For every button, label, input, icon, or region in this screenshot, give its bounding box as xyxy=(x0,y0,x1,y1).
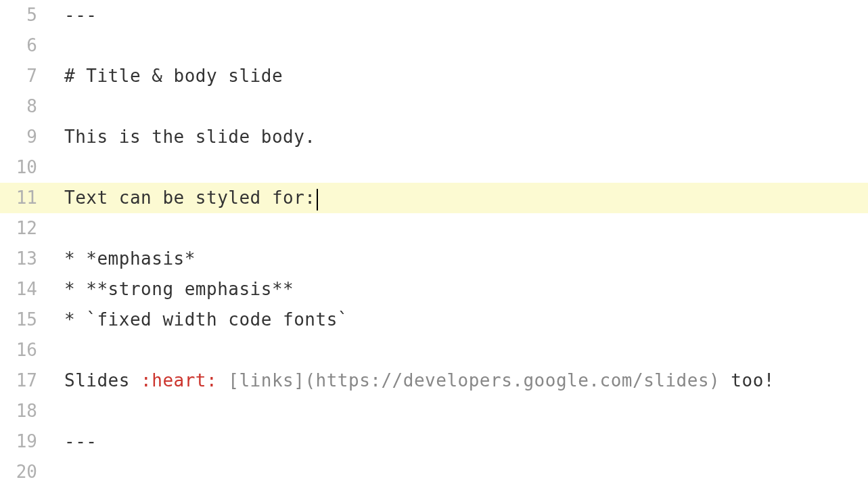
line-content[interactable]: --- xyxy=(51,0,868,30)
token: * **strong emphasis** xyxy=(64,279,294,299)
token: * *emphasis* xyxy=(64,248,196,269)
line-number: 5 xyxy=(0,0,51,30)
line-number: 7 xyxy=(0,61,51,91)
line-content[interactable]: * `fixed width code fonts` xyxy=(51,305,868,335)
token: Text can be styled for: xyxy=(64,187,316,208)
line-content[interactable]: # Title & body slide xyxy=(51,61,868,91)
token xyxy=(217,370,228,391)
line-number: 11 xyxy=(0,183,51,213)
line-number: 8 xyxy=(0,91,51,122)
line-number: 10 xyxy=(0,152,51,183)
editor-line[interactable]: 17Slides :heart: [links](https://develop… xyxy=(0,365,868,396)
line-number: 16 xyxy=(0,335,51,365)
line-number: 14 xyxy=(0,274,51,305)
line-number: 9 xyxy=(0,122,51,152)
editor-line[interactable]: 10 xyxy=(0,152,868,183)
editor-line[interactable]: 11Text can be styled for: xyxy=(0,183,868,213)
line-number: 13 xyxy=(0,244,51,274)
line-content[interactable]: This is the slide body. xyxy=(51,122,868,152)
line-content[interactable]: --- xyxy=(51,426,868,457)
line-number: 6 xyxy=(0,30,51,61)
editor-line[interactable]: 13* *emphasis* xyxy=(0,244,868,274)
token: Slides xyxy=(64,370,141,391)
line-content[interactable]: Slides :heart: [links](https://developer… xyxy=(51,365,868,396)
editor-line[interactable]: 6 xyxy=(0,30,868,61)
editor-line[interactable]: 14* **strong emphasis** xyxy=(0,274,868,305)
token: :heart: xyxy=(141,370,217,391)
line-number: 18 xyxy=(0,396,51,426)
editor-line[interactable]: 9This is the slide body. xyxy=(0,122,868,152)
editor-line[interactable]: 8 xyxy=(0,91,868,122)
editor-line[interactable]: 12 xyxy=(0,213,868,244)
line-number: 20 xyxy=(0,457,51,487)
line-number: 17 xyxy=(0,365,51,396)
token: This is the slide body. xyxy=(64,127,316,147)
token: [links](https://developers.google.com/sl… xyxy=(228,370,720,391)
code-editor[interactable]: 5---67# Title & body slide89This is the … xyxy=(0,0,868,488)
token: --- xyxy=(64,5,97,25)
line-content[interactable]: * *emphasis* xyxy=(51,244,868,274)
editor-line[interactable]: 7# Title & body slide xyxy=(0,61,868,91)
line-number: 12 xyxy=(0,213,51,244)
line-number: 19 xyxy=(0,426,51,457)
token: too! xyxy=(720,370,775,391)
line-number: 15 xyxy=(0,305,51,335)
editor-line[interactable]: 20 xyxy=(0,457,868,487)
line-content[interactable]: * **strong emphasis** xyxy=(51,274,868,305)
editor-line[interactable]: 15* `fixed width code fonts` xyxy=(0,305,868,335)
token: * `fixed width code fonts` xyxy=(64,309,348,330)
token: # Title & body slide xyxy=(64,66,283,86)
text-cursor xyxy=(317,189,318,210)
token: --- xyxy=(64,431,97,451)
editor-line[interactable]: 19--- xyxy=(0,426,868,457)
editor-line[interactable]: 5--- xyxy=(0,0,868,30)
line-content[interactable]: Text can be styled for: xyxy=(51,183,868,213)
editor-line[interactable]: 18 xyxy=(0,396,868,426)
editor-line[interactable]: 16 xyxy=(0,335,868,365)
